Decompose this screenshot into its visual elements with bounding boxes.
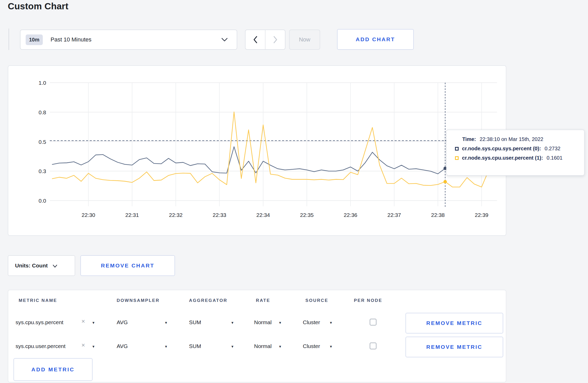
col-header-per-node: PER NODE (354, 298, 382, 303)
per-node-checkbox[interactable] (370, 343, 376, 349)
metric-name-value[interactable]: sys.cpu.user.percent (16, 343, 66, 349)
chevron-down-icon (52, 264, 58, 268)
page-title: Custom Chart (8, 1, 68, 11)
y-tick-label: 1.0 (39, 80, 46, 86)
remove-metric-button[interactable]: REMOVE METRIC (405, 337, 503, 357)
time-range-label: Past 10 Minutes (51, 36, 92, 43)
y-tick-label: 0.8 (39, 109, 46, 115)
x-tick-label: 22:31 (125, 212, 139, 218)
add-metric-button[interactable]: ADD METRIC (13, 358, 93, 381)
x-tick-label: 22:32 (169, 212, 183, 218)
tooltip-series-label: cr.node.sys.cpu.user.percent (1): (462, 155, 543, 161)
units-label: Units: Count (15, 263, 48, 269)
x-tick-label: 22:38 (431, 212, 445, 218)
chevron-down-icon (221, 37, 228, 42)
source-select[interactable]: Cluster (303, 343, 320, 349)
tooltip-time-value: 22:38:10 on Mar 15th, 2022 (480, 136, 543, 142)
clear-metric-icon[interactable]: × (81, 342, 85, 349)
time-range-select[interactable]: 10m Past 10 Minutes (20, 30, 237, 50)
caret-down-icon[interactable]: ▼ (278, 345, 282, 349)
downsampler-select[interactable]: AVG (117, 343, 128, 349)
tooltip-series-value: 0.1601 (547, 155, 562, 161)
chart-card: 0.00.30.50.81.022:3022:3122:3222:3322:34… (8, 65, 506, 236)
x-tick-label: 22:33 (213, 212, 226, 218)
chevron-left-icon (253, 36, 258, 44)
caret-down-icon[interactable]: ▼ (164, 345, 168, 349)
aggregator-select[interactable]: SUM (189, 343, 201, 349)
aggregator-select[interactable]: SUM (189, 319, 201, 325)
next-interval-button[interactable] (265, 30, 285, 49)
clear-metric-icon[interactable]: × (81, 318, 85, 325)
rate-select[interactable]: Normal (254, 319, 272, 325)
series-line-cr.node.sys.cpu.sys.percent (52, 147, 489, 174)
col-header-aggregator: AGGREGATOR (189, 298, 227, 303)
y-tick-label: 0.5 (39, 139, 46, 145)
x-tick-label: 22:36 (344, 212, 358, 218)
col-header-downsampler: DOWNSAMPLER (117, 298, 160, 303)
caret-down-icon[interactable]: ▼ (92, 321, 95, 325)
per-node-checkbox[interactable] (370, 319, 376, 325)
tooltip-series-label: cr.node.sys.cpu.sys.percent (0): (462, 146, 541, 152)
remove-metric-button[interactable]: REMOVE METRIC (405, 313, 503, 334)
caret-down-icon[interactable]: ▼ (278, 321, 282, 325)
metric-name-value[interactable]: sys.cpu.sys.percent (16, 319, 63, 325)
caret-down-icon[interactable]: ▼ (329, 345, 333, 349)
chevron-right-icon (273, 36, 278, 44)
prev-interval-button[interactable] (246, 30, 265, 49)
x-tick-label: 22:30 (82, 212, 95, 218)
col-header-rate: RATE (256, 298, 270, 303)
tooltip-series-value: 0.2732 (545, 146, 561, 152)
caret-down-icon[interactable]: ▼ (231, 321, 234, 325)
tooltip-time-label: Time: (462, 136, 476, 142)
time-pager (245, 30, 285, 50)
time-range-badge: 10m (26, 34, 43, 45)
caret-down-icon[interactable]: ▼ (92, 345, 95, 349)
rate-select[interactable]: Normal (254, 343, 272, 349)
col-header-metric-name: METRIC NAME (19, 298, 57, 303)
col-header-source: SOURCE (305, 298, 328, 303)
cpu-usage-chart: 0.00.30.50.81.022:3022:3122:3222:3322:34… (8, 66, 506, 235)
caret-down-icon[interactable]: ▼ (164, 321, 168, 325)
x-tick-label: 22:35 (300, 212, 314, 218)
y-tick-label: 0.0 (39, 198, 46, 204)
x-tick-label: 22:39 (475, 212, 488, 218)
downsampler-select[interactable]: AVG (117, 319, 128, 325)
x-tick-label: 22:37 (387, 212, 401, 218)
user-series-swatch-icon (455, 156, 459, 160)
remove-chart-button[interactable]: REMOVE CHART (80, 255, 175, 276)
y-tick-label: 0.3 (39, 168, 46, 174)
units-select[interactable]: Units: Count (8, 255, 75, 276)
caret-down-icon[interactable]: ▼ (329, 321, 333, 325)
hover-dot-cr.node.sys.cpu.user.percent (444, 180, 447, 183)
series-line-cr.node.sys.cpu.user.percent (52, 112, 489, 187)
caret-down-icon[interactable]: ▼ (231, 345, 234, 349)
chart-hover-tooltip: Time: 22:38:10 on Mar 15th, 2022 cr.node… (446, 130, 585, 176)
source-select[interactable]: Cluster (303, 319, 320, 325)
add-chart-button[interactable]: ADD CHART (337, 29, 414, 50)
now-button[interactable]: Now (289, 30, 320, 50)
section-divider (9, 29, 9, 50)
x-tick-label: 22:34 (256, 212, 270, 218)
metrics-table: METRIC NAME DOWNSAMPLER AGGREGATOR RATE … (8, 290, 506, 382)
sys-series-swatch-icon (455, 147, 459, 151)
